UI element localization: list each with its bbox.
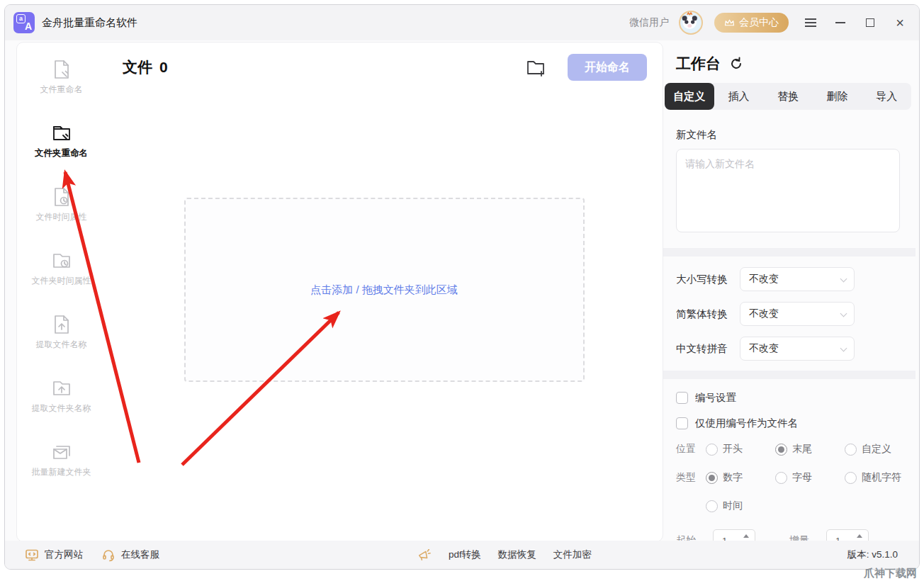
sidebar-item-file-rename[interactable]: 文件重命名 [17,58,106,103]
online-support-label: 在线客服 [121,548,159,561]
tab-replace[interactable]: 替换 [763,83,813,110]
tab-custom[interactable]: 自定义 [665,83,714,110]
stepper-up-icon[interactable] [857,534,862,538]
type-option-random[interactable]: 随机字符 [845,471,901,484]
simplified-traditional-select[interactable]: 不改变 [740,302,855,326]
tab-import[interactable]: 导入 [862,83,911,110]
file-rename-icon [50,58,73,81]
chevron-down-icon [840,345,847,352]
case-convert-value: 不改变 [749,273,779,286]
menu-button[interactable] [804,16,817,29]
radio-icon[interactable] [706,444,718,456]
case-convert-select[interactable]: 不改变 [740,267,855,291]
monitor-icon [25,548,39,562]
main-content: 文件 0 开始命名 点击添加 / 拖拽文件夹到此区域 [106,43,663,541]
close-button[interactable]: × [894,16,906,29]
minimize-icon [835,22,845,23]
sidebar-item-file-time[interactable]: 文件时间属性 [17,186,106,230]
pinyin-select[interactable]: 不改变 [740,337,855,361]
tab-delete[interactable]: 删除 [813,83,862,110]
numbering-settings-row[interactable]: 编号设置 [676,390,915,405]
refresh-button[interactable] [729,57,743,71]
radio-icon[interactable] [775,472,787,484]
type-option-time[interactable]: 时间 [706,500,743,512]
crown-icon [724,18,735,27]
new-name-section: 新文件名 [663,128,915,235]
promo-file-encrypt[interactable]: 文件加密 [553,548,592,561]
type-row-2: 时间 [676,498,915,514]
new-name-input[interactable] [676,149,900,232]
title-bar-right: 微信用户 会员中心 [629,11,906,35]
type-option-letter[interactable]: 字母 [775,471,845,484]
headset-icon [101,548,116,562]
window-controls: × [804,16,906,29]
member-center-button[interactable]: 会员中心 [714,13,789,33]
stepper-up-icon[interactable] [743,534,749,538]
number-only-row[interactable]: 仅使用编号作为文件名 [676,416,915,430]
avatar-face-icon [680,12,702,33]
content-header: 文件 0 开始命名 [123,54,647,81]
position-option-end[interactable]: 末尾 [775,443,845,456]
radio-icon[interactable] [706,500,718,512]
app-logo-a-large: A [25,21,32,32]
workspace-tabbar: 自定义 插入 替换 删除 导入 [665,83,911,110]
file-count: 文件 0 [123,57,168,77]
promo-data-recovery[interactable]: 数据恢复 [498,548,536,561]
radio-icon-selected[interactable] [706,472,718,484]
member-center-label: 会员中心 [739,16,779,29]
pinyin-value: 不改变 [749,342,779,355]
app-logo-icon: a A [13,12,35,33]
title-bar: a A 金舟批量重命名软件 微信用户 [5,5,919,40]
watermark: 爪神下载网 [864,567,917,580]
maximize-button[interactable] [864,16,877,29]
radio-icon[interactable] [845,472,857,484]
type-option-number[interactable]: 数字 [706,471,775,484]
dropzone-hint: 点击添加 / 拖拽文件夹到此区域 [310,283,458,297]
sidebar-item-folder-time[interactable]: 文件夹时间属性 [17,249,106,294]
radio-icon-selected[interactable] [775,444,787,456]
sidebar-item-label: 文件时间属性 [36,211,87,223]
maximize-icon [866,18,874,27]
sidebar-item-extract-file-name[interactable]: 提取文件名称 [17,313,106,358]
promo-pdf-convert[interactable]: pdf转换 [449,548,481,561]
official-site-link[interactable]: 官方网站 [25,548,83,562]
radio-icon[interactable] [845,444,857,456]
section-divider [663,371,915,379]
batch-new-folder-icon [50,441,73,463]
type-option-label: 字母 [792,471,812,484]
minimize-button[interactable] [834,16,847,29]
sidebar-item-label: 提取文件夹名称 [32,402,91,414]
position-option-start[interactable]: 开头 [706,443,775,456]
user-avatar[interactable] [679,11,703,35]
version-label: 版本: v5.1.0 [847,548,898,561]
folder-dropzone[interactable]: 点击添加 / 拖拽文件夹到此区域 [184,198,585,382]
screenshot-page: a A 金舟批量重命名软件 微信用户 [0,0,924,581]
position-option-custom[interactable]: 自定义 [845,443,891,456]
sidebar-item-extract-folder-name[interactable]: 提取文件夹名称 [17,377,106,422]
numbering-settings-checkbox[interactable] [676,392,688,404]
pinyin-label: 中文转拼音 [676,342,740,356]
simplified-traditional-value: 不改变 [749,308,779,320]
official-site-label: 官方网站 [45,548,83,561]
sidebar-item-label: 文件重命名 [40,84,83,96]
workspace-header: 工作台 [676,53,915,74]
start-rename-button[interactable]: 开始命名 [568,54,647,81]
number-only-checkbox[interactable] [676,417,688,429]
sidebar-item-folder-rename[interactable]: 文件夹重命名 [17,122,106,167]
header-actions: 开始命名 [525,54,647,81]
type-option-label: 时间 [723,500,743,512]
sidebar-item-batch-new-folder[interactable]: 批量新建文件夹 [17,441,106,485]
pinyin-row: 中文转拼音 不改变 [676,337,900,361]
megaphone-icon [417,548,432,562]
tab-insert[interactable]: 插入 [714,83,764,110]
case-convert-label: 大小写转换 [676,273,740,286]
folder-time-icon [50,249,73,272]
extract-folder-name-icon [50,377,73,400]
section-divider [663,248,915,256]
simplified-traditional-row: 简繁体转换 不改变 [676,302,900,326]
online-support-link[interactable]: 在线客服 [101,548,159,562]
add-folder-button[interactable] [525,57,546,77]
sidebar-item-label: 批量新建文件夹 [32,466,91,478]
number-only-label: 仅使用编号作为文件名 [695,417,798,430]
wechat-user-label: 微信用户 [629,16,669,29]
